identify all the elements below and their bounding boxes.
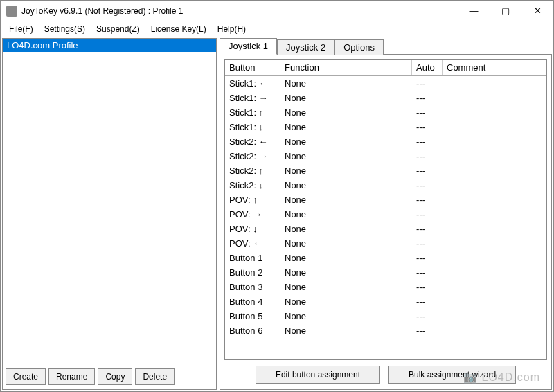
cell-comment: [443, 325, 546, 337]
cell-comment: [443, 150, 546, 162]
table-row[interactable]: Button 4None---: [225, 294, 546, 309]
create-button[interactable]: Create: [6, 368, 46, 385]
cell-button: Button 1: [225, 252, 280, 264]
cell-comment: [443, 310, 546, 322]
window-title: JoyToKey v6.9.1 (Not Registered) : Profi…: [21, 6, 458, 16]
table-row[interactable]: Stick1: ↓None---: [225, 120, 546, 134]
tab-content: Button Function Auto Comment Stick1: ←No…: [220, 54, 552, 390]
col-function[interactable]: Function: [280, 60, 412, 75]
cell-auto: ---: [412, 223, 443, 235]
table-row[interactable]: Stick2: ↓None---: [225, 178, 546, 193]
cell-auto: ---: [412, 92, 443, 104]
table-row[interactable]: POV: ←None---: [225, 236, 546, 251]
tab-strip: Joystick 1 Joystick 2 Options: [220, 38, 552, 55]
cell-auto: ---: [412, 179, 443, 191]
table-row[interactable]: POV: ↑None---: [225, 193, 546, 207]
cell-comment: [443, 267, 546, 278]
bulk-wizard-button[interactable]: Bulk assignment wizard: [388, 366, 516, 384]
menu-license[interactable]: License Key(L): [145, 23, 212, 35]
cell-button: Stick2: →: [225, 150, 280, 162]
table-row[interactable]: Button 5None---: [225, 309, 546, 323]
tab-joystick2[interactable]: Joystick 2: [277, 39, 334, 55]
cell-button: POV: →: [225, 208, 280, 220]
cell-button: Stick1: ←: [225, 78, 280, 89]
cell-button: Button 3: [225, 281, 280, 293]
profile-item[interactable]: LO4D.com Profile: [3, 39, 216, 52]
menu-suspend[interactable]: Suspend(Z): [91, 23, 145, 35]
table-row[interactable]: Stick1: ←None---: [225, 76, 546, 91]
profile-list[interactable]: LO4D.com Profile: [3, 39, 216, 364]
cell-comment: [443, 121, 546, 133]
col-button[interactable]: Button: [225, 60, 280, 75]
table-row[interactable]: Button 3None---: [225, 280, 546, 294]
cell-auto: ---: [412, 136, 443, 148]
cell-auto: ---: [412, 150, 443, 162]
cell-comment: [443, 78, 546, 89]
menu-settings[interactable]: Settings(S): [39, 23, 91, 35]
menu-help[interactable]: Help(H): [212, 23, 251, 35]
cell-button: Stick1: ↑: [225, 107, 280, 118]
col-auto[interactable]: Auto: [412, 60, 443, 75]
cell-button: POV: ↑: [225, 194, 280, 206]
table-row[interactable]: Button 2None---: [225, 265, 546, 280]
tab-options[interactable]: Options: [334, 39, 384, 55]
cell-button: Stick1: →: [225, 92, 280, 104]
cell-auto: ---: [412, 281, 443, 293]
cell-auto: ---: [412, 165, 443, 177]
menu-file[interactable]: File(F): [3, 23, 39, 35]
cell-auto: ---: [412, 121, 443, 133]
close-button[interactable]: ✕: [521, 1, 553, 21]
table-row[interactable]: Stick2: ↑None---: [225, 163, 546, 178]
cell-comment: [443, 107, 546, 118]
rename-button[interactable]: Rename: [48, 368, 95, 385]
cell-auto: ---: [412, 208, 443, 220]
cell-button: Button 2: [225, 267, 280, 278]
col-comment[interactable]: Comment: [443, 60, 546, 75]
table-row[interactable]: Stick1: ↑None---: [225, 105, 546, 120]
cell-auto: ---: [412, 296, 443, 308]
table-body[interactable]: Stick1: ←None---Stick1: →None---Stick1: …: [225, 76, 546, 359]
copy-button[interactable]: Copy: [98, 368, 132, 385]
window-buttons: — ▢ ✕: [458, 1, 553, 21]
maximize-button[interactable]: ▢: [490, 1, 521, 21]
cell-function: None: [280, 121, 412, 133]
cell-auto: ---: [412, 325, 443, 337]
cell-function: None: [280, 92, 412, 104]
cell-function: None: [280, 78, 412, 89]
table-row[interactable]: Stick2: ←None---: [225, 134, 546, 149]
cell-function: None: [280, 296, 412, 308]
cell-comment: [443, 281, 546, 293]
cell-auto: ---: [412, 238, 443, 249]
assignment-buttons: Edit button assignment Bulk assignment w…: [224, 360, 547, 385]
cell-auto: ---: [412, 267, 443, 278]
delete-button[interactable]: Delete: [135, 368, 175, 385]
table-row[interactable]: Stick2: →None---: [225, 149, 546, 163]
menubar: File(F) Settings(S) Suspend(Z) License K…: [1, 21, 553, 37]
content-area: LO4D.com Profile Create Rename Copy Dele…: [1, 37, 553, 391]
cell-auto: ---: [412, 252, 443, 264]
cell-comment: [443, 92, 546, 104]
cell-function: None: [280, 208, 412, 220]
assignment-pane: Joystick 1 Joystick 2 Options Button Fun…: [220, 38, 552, 390]
cell-button: POV: ←: [225, 238, 280, 249]
table-row[interactable]: Button 1None---: [225, 251, 546, 265]
cell-function: None: [280, 150, 412, 162]
cell-comment: [443, 194, 546, 206]
cell-button: Stick1: ↓: [225, 121, 280, 133]
app-icon: [6, 6, 17, 17]
cell-button: POV: ↓: [225, 223, 280, 235]
minimize-button[interactable]: —: [458, 1, 490, 21]
cell-comment: [443, 252, 546, 264]
table-row[interactable]: Button 6None---: [225, 323, 546, 338]
cell-comment: [443, 136, 546, 148]
cell-comment: [443, 208, 546, 220]
cell-function: None: [280, 325, 412, 337]
tab-joystick1[interactable]: Joystick 1: [220, 38, 277, 55]
table-row[interactable]: POV: ↓None---: [225, 222, 546, 236]
titlebar: JoyToKey v6.9.1 (Not Registered) : Profi…: [1, 1, 553, 21]
table-row[interactable]: Stick1: →None---: [225, 91, 546, 105]
assignment-table: Button Function Auto Comment Stick1: ←No…: [224, 59, 547, 360]
edit-assignment-button[interactable]: Edit button assignment: [256, 366, 380, 384]
table-row[interactable]: POV: →None---: [225, 207, 546, 222]
profile-pane: LO4D.com Profile Create Rename Copy Dele…: [2, 38, 217, 390]
